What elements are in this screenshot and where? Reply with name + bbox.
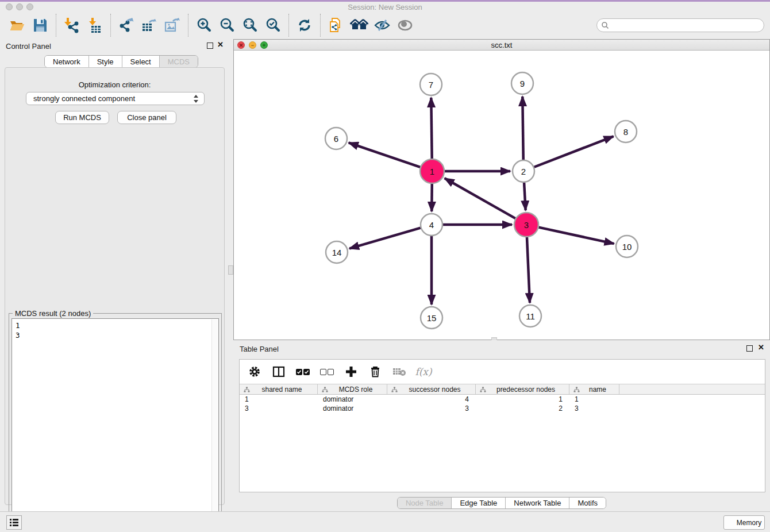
table-cell[interactable]: 3 (240, 404, 318, 413)
tab-node-table[interactable]: Node Table (398, 498, 452, 508)
table-row[interactable]: 1dominator411 (240, 395, 765, 404)
window-title: Session: New Session (0, 3, 770, 11)
search-icon (601, 21, 609, 29)
apply-layout-button[interactable] (293, 14, 316, 37)
graph-node-label-7: 7 (429, 80, 433, 90)
main-toolbar (0, 12, 770, 38)
result-scrollbar[interactable] (211, 319, 218, 526)
tab-style[interactable]: Style (89, 56, 122, 67)
table-cell[interactable]: 3 (387, 404, 476, 413)
close-table-panel-icon[interactable]: ✕ (758, 344, 764, 352)
function-builder-button[interactable]: f(x) (415, 364, 432, 380)
delete-table-button[interactable] (391, 364, 407, 380)
toolbar-separator (56, 14, 56, 37)
select-all-button[interactable] (295, 364, 311, 380)
graph-edge-3-10[interactable] (538, 228, 614, 244)
deselect-all-button[interactable] (319, 364, 335, 380)
graph-edge-2-8[interactable] (534, 136, 614, 167)
table-row[interactable]: 3dominator323 (240, 404, 765, 413)
zoom-out-button[interactable] (215, 14, 238, 37)
table-cell[interactable]: dominator (318, 404, 387, 413)
column-header-label: successor nodes (402, 385, 460, 394)
table-cell[interactable]: 4 (387, 395, 476, 404)
zoom-fit-button[interactable] (238, 14, 261, 37)
show-all-networks-button[interactable] (348, 14, 371, 37)
control-panel-tabs: Network Style Select MCDS (44, 55, 198, 68)
unchecked-boxes-icon (320, 369, 334, 375)
criterion-value: strongly connected component (33, 94, 135, 103)
graph-edge-1-4[interactable] (432, 184, 432, 211)
graph-edge-1-7[interactable] (431, 98, 432, 159)
tab-mcds[interactable]: MCDS (160, 56, 198, 67)
delete-column-button[interactable] (367, 364, 383, 380)
hierarchy-icon (391, 387, 398, 393)
tab-network[interactable]: Network (45, 56, 89, 67)
run-mcds-button[interactable]: Run MCDS (55, 111, 109, 124)
memory-button[interactable]: Memory (723, 515, 765, 530)
float-panel-icon[interactable] (207, 43, 213, 49)
open-session-button[interactable] (6, 14, 29, 37)
open-folder-icon (9, 17, 26, 34)
graph-edge-3-11[interactable] (527, 237, 530, 303)
tab-network-table[interactable]: Network Table (506, 498, 569, 508)
hide-panel-button[interactable] (371, 14, 394, 37)
task-history-button[interactable] (6, 515, 22, 530)
mcds-result-title: MCDS result (2 nodes) (13, 309, 93, 318)
export-table-button[interactable] (138, 14, 161, 37)
tab-motifs[interactable]: Motifs (569, 498, 606, 508)
column-header-label: MCDS role (332, 385, 373, 394)
optimization-criterion-label: Optimization criterion: (5, 80, 224, 89)
graph-edge-1-6[interactable] (349, 142, 420, 167)
graph-edge-2-9[interactable] (522, 97, 523, 160)
column-header-name[interactable]: name (569, 384, 619, 394)
show-graphics-button[interactable] (394, 14, 417, 37)
graph-edge-3-1[interactable] (445, 178, 515, 218)
control-panel: Control Panel ✕ Network Style Select MCD… (0, 38, 228, 511)
float-table-panel-icon[interactable] (746, 345, 753, 352)
graph-edge-4-14[interactable] (349, 228, 421, 249)
control-panel-title: Control Panel (6, 42, 51, 51)
graph-edge-2-3[interactable] (524, 183, 526, 210)
add-column-button[interactable] (343, 364, 359, 380)
splitter-grip-vertical[interactable] (228, 265, 233, 275)
table-cell[interactable]: 2 (476, 404, 569, 413)
column-header-label: shared name (255, 385, 302, 394)
table-cell[interactable]: 1 (240, 395, 318, 404)
table-settings-button[interactable] (247, 364, 263, 380)
network-canvas[interactable]: 7968124314101511 (234, 51, 769, 340)
export-image-button[interactable] (161, 14, 184, 37)
graph-node-label-3: 3 (524, 220, 529, 230)
column-header-MCDS-role[interactable]: MCDS role (318, 384, 387, 394)
tab-edge-table[interactable]: Edge Table (452, 498, 506, 508)
network-window-titlebar[interactable]: ✕ − + scc.txt (234, 40, 769, 51)
close-panel-button[interactable]: Close panel (117, 111, 176, 124)
column-header-shared-name[interactable]: shared name (240, 384, 318, 394)
save-session-button[interactable] (29, 14, 52, 37)
column-header-predecessor-nodes[interactable]: predecessor nodes (476, 384, 569, 394)
copy-network-button[interactable] (325, 14, 348, 37)
copy-network-icon (328, 17, 345, 34)
graph-node-label-6: 6 (334, 134, 338, 144)
table-panel-title: Table Panel (240, 345, 279, 353)
hierarchy-icon (322, 387, 328, 393)
table-cell[interactable]: 1 (569, 395, 619, 404)
export-network-icon (118, 17, 135, 34)
table-cell[interactable]: dominator (318, 395, 387, 404)
graph-node-label-1: 1 (430, 167, 434, 176)
search-input[interactable] (596, 18, 764, 32)
column-header-successor-nodes[interactable]: successor nodes (387, 384, 476, 394)
table-cell[interactable]: 1 (476, 395, 569, 404)
close-panel-icon[interactable]: ✕ (217, 41, 224, 49)
criterion-dropdown[interactable]: strongly connected component (26, 92, 205, 105)
show-column-panel-button[interactable] (271, 364, 287, 380)
table-cell[interactable]: 3 (569, 404, 619, 413)
zoom-selected-button[interactable] (261, 14, 284, 37)
tab-select[interactable]: Select (122, 56, 160, 67)
application-window: Session: New Session (0, 0, 770, 532)
export-network-button[interactable] (115, 14, 138, 37)
table-toolbar: f(x) (240, 360, 765, 384)
mcds-result-text[interactable]: 1 3 (11, 318, 219, 527)
import-network-button[interactable] (60, 14, 83, 37)
zoom-in-button[interactable] (192, 14, 215, 37)
import-table-button[interactable] (83, 14, 106, 37)
